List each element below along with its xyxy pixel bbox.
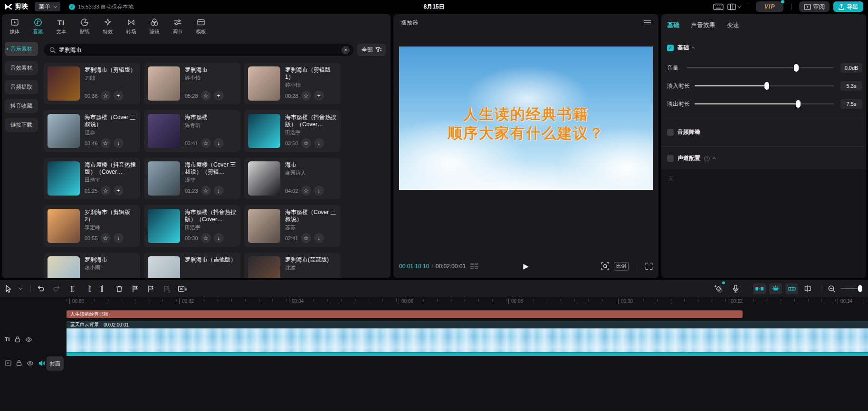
music-card[interactable]: 罗刹海市(琵琶版) 沈波 ☆ ↓	[244, 252, 341, 278]
slider-thumb[interactable]	[764, 82, 769, 90]
music-card[interactable]: 海市 麻园诗人 04:02 ☆ ↓	[244, 158, 341, 199]
sidebar-item-link-download[interactable]: 链接下载	[5, 118, 38, 132]
download-icon[interactable]: ↓	[214, 233, 224, 243]
download-icon[interactable]: ↓	[214, 138, 224, 148]
volume-slider[interactable]	[687, 67, 834, 68]
music-card[interactable]: 罗刹海市 张小雨 ☆ ↓	[44, 252, 140, 278]
denoise-checkbox[interactable]	[667, 129, 674, 136]
music-card[interactable]: 海市蜃楼（抖音热搜版）（Cover… 田浩宇 03:50 ☆ ↓	[244, 110, 341, 152]
linked-selection-toggle[interactable]	[769, 283, 782, 294]
add-to-track-icon[interactable]: +	[114, 186, 124, 196]
smart-edit-button[interactable]	[712, 282, 725, 295]
channel-checkbox[interactable]	[667, 155, 674, 162]
eye-icon[interactable]	[27, 361, 34, 366]
extract-audio-button[interactable]	[176, 282, 188, 295]
favorite-star-icon[interactable]: ☆	[101, 186, 111, 196]
slider-thumb[interactable]	[794, 64, 799, 72]
lock-icon[interactable]	[16, 360, 22, 366]
lock-icon[interactable]	[15, 336, 20, 343]
aspect-ratio-button[interactable]: 比例	[614, 262, 629, 271]
slider-thumb[interactable]	[796, 100, 801, 108]
basic-checkbox[interactable]: ✓	[667, 45, 674, 51]
favorite-star-icon[interactable]: ☆	[201, 186, 211, 196]
split-keep-right-button[interactable]: ]▏	[97, 282, 110, 295]
undo-button[interactable]	[35, 282, 47, 295]
download-icon[interactable]: ↓	[314, 186, 324, 196]
split-view-button[interactable]	[801, 282, 814, 295]
favorite-star-icon[interactable]: ☆	[201, 138, 211, 148]
delete-button[interactable]	[113, 282, 125, 295]
help-icon[interactable]: ?	[704, 156, 710, 161]
layout-switch-icon[interactable]	[727, 3, 740, 10]
add-to-track-icon[interactable]: +	[114, 91, 124, 101]
favorite-star-icon[interactable]: ☆	[201, 233, 211, 243]
cover-button[interactable]: 封面	[47, 356, 64, 371]
music-card[interactable]: 海市蜃楼（Cover 三叔说） 苏苏 02:41 ☆ ↓	[244, 205, 341, 247]
music-card[interactable]: 海市蜃楼（抖音热搜版）（Cover… 田浩宇 00:30 ☆ ↓	[144, 205, 240, 247]
slider-thumb[interactable]	[858, 285, 862, 292]
play-button[interactable]: ▶	[523, 262, 529, 271]
favorite-star-icon[interactable]: ☆	[301, 186, 311, 196]
music-card[interactable]: 罗刹海市（剪辑版） 刀郎 00:38 ☆ +	[44, 63, 140, 104]
redo-button[interactable]	[50, 282, 63, 295]
download-icon[interactable]: ↓	[114, 138, 124, 148]
music-card[interactable]: 海市蜃楼（Cover 三叔说） 湜非 03:46 ☆ ↓	[44, 110, 140, 152]
sidebar-item-douyin-favorites[interactable]: 抖音收藏	[5, 99, 38, 113]
video-clip[interactable]: 蓝天白云背景 00:02:00:01	[67, 321, 868, 356]
preview-zoom-icon[interactable]	[601, 262, 610, 271]
speaker-icon[interactable]	[38, 360, 45, 366]
add-to-track-icon[interactable]: +	[214, 91, 224, 101]
music-card[interactable]: 罗刹海市（剪辑版2） 李定峰 00:55 ☆ ↓	[44, 205, 140, 247]
download-icon[interactable]: ↓	[114, 233, 124, 243]
tab-sound-effects[interactable]: 声音效果	[691, 21, 715, 29]
tab-transitions[interactable]: 转场	[119, 17, 143, 35]
channel-config-area[interactable]: 无	[661, 169, 866, 278]
player-menu-icon[interactable]	[644, 20, 651, 26]
frame-view-icon[interactable]	[470, 263, 478, 269]
tab-basic[interactable]: 基础	[667, 21, 679, 29]
fade-in-value[interactable]: 5.3s	[840, 81, 862, 91]
tab-stickers[interactable]: 贴纸	[73, 17, 96, 35]
tab-filters[interactable]: 滤镜	[143, 17, 166, 35]
music-card[interactable]: 海市蜃楼（抖音热搜版）（Cover… 田浩宇 01:25 ☆ +	[44, 158, 140, 199]
export-button[interactable]: 导出	[833, 1, 863, 12]
zoom-out-button[interactable]	[825, 282, 838, 295]
tab-text[interactable]: TI 文本	[49, 17, 73, 35]
volume-value[interactable]: 0.0dB	[840, 63, 862, 73]
review-button[interactable]: 审阅	[799, 1, 830, 12]
menu-button[interactable]: 菜单	[35, 2, 60, 11]
filter-button[interactable]: 全部	[357, 44, 386, 56]
download-icon[interactable]: ↓	[214, 186, 224, 196]
vip-button[interactable]: VIP	[756, 1, 783, 12]
favorite-star-icon[interactable]: ☆	[201, 91, 211, 101]
add-to-track-icon[interactable]: +	[314, 91, 324, 101]
search-input[interactable]: 罗刹海市 ×	[44, 44, 353, 56]
collapse-icon[interactable]	[692, 47, 695, 50]
fade-out-slider[interactable]	[695, 103, 834, 104]
tab-adjust[interactable]: 调节	[166, 17, 189, 35]
timeline-ruler[interactable]: 00:00 00:02 00:04 00:06 00:08 00:10 00:1…	[0, 297, 868, 308]
download-icon[interactable]: ↓	[314, 233, 324, 243]
eye-icon[interactable]	[25, 337, 32, 342]
favorite-star-icon[interactable]: ☆	[101, 233, 111, 243]
select-tool-button[interactable]	[4, 282, 13, 295]
ai-marker-button[interactable]: AI	[129, 282, 141, 295]
favorite-star-icon[interactable]: ☆	[101, 138, 111, 148]
fade-out-value[interactable]: 7.5s	[840, 99, 862, 109]
music-card[interactable]: 罗刹海市（剪辑版1） 婷小怡 00:28 ☆ +	[244, 63, 341, 104]
sidebar-item-music[interactable]: 音乐素材	[5, 42, 38, 56]
favorite-star-icon[interactable]: ☆	[301, 233, 311, 243]
tab-media[interactable]: 媒体	[3, 17, 26, 35]
fullscreen-icon[interactable]	[645, 262, 653, 270]
tab-audio[interactable]: 音频	[26, 17, 49, 35]
remove-marker-button[interactable]	[160, 282, 172, 295]
favorite-star-icon[interactable]: ☆	[301, 138, 311, 148]
timeline-zoom-slider[interactable]	[840, 288, 862, 289]
split-button[interactable]: ][	[66, 282, 78, 295]
music-card[interactable]: 海市蜃楼（Cover 三叔说）（剪辑… 湜非 01:23 ☆ ↓	[144, 158, 240, 199]
project-title[interactable]: 8月15日	[423, 3, 444, 11]
music-card[interactable]: 海市蜃楼 陈青昕 03:41 ☆ ↓	[144, 110, 240, 152]
split-keep-left-button[interactable]: ▕[	[82, 282, 94, 295]
video-preview[interactable]: 人生读的经典书籍 顺序大家有什么建议？	[399, 47, 653, 190]
music-card[interactable]: 罗刹海市（吉他版） ☆ ↓	[144, 252, 240, 278]
